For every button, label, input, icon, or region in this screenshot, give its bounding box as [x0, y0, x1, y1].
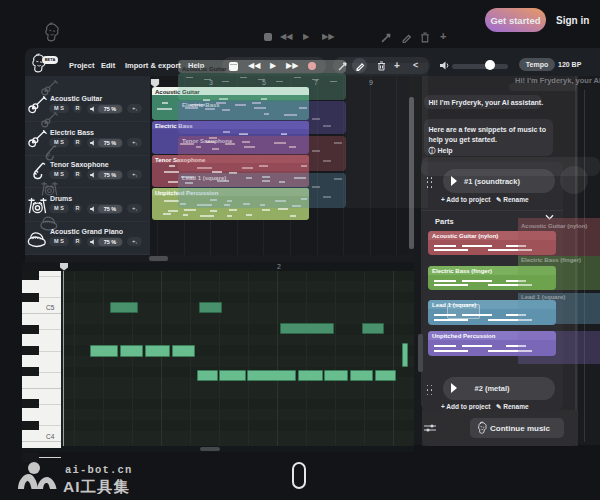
svg-text:ai-bot.cn: ai-bot.cn	[65, 464, 133, 476]
svg-text:AI工具集: AI工具集	[63, 478, 130, 494]
